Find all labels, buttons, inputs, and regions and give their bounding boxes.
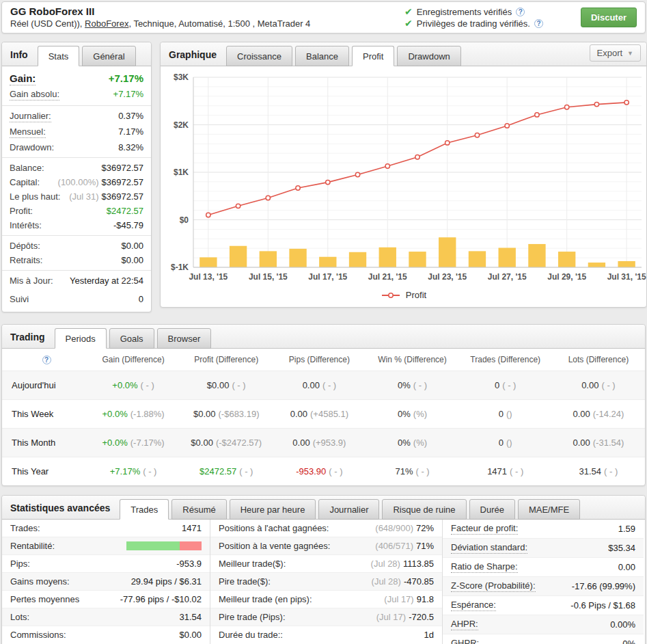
profit-point[interactable] — [355, 172, 359, 176]
tab-croissance[interactable]: Croissance — [226, 46, 292, 66]
tab-browser[interactable]: Browser — [157, 328, 212, 349]
profit-point[interactable] — [266, 196, 270, 200]
stat-value: -77.96 pips / -$10.02 — [120, 594, 202, 604]
stat-value-text: $35.34 — [608, 543, 635, 553]
volume-bar[interactable] — [319, 257, 336, 267]
stat-label: Z-Score (Probabilité): — [451, 580, 536, 592]
stat-label: Durée du trade:: — [219, 630, 283, 640]
tab-goals[interactable]: Goals — [109, 328, 154, 349]
info-tabstrip: Info StatsGénéral — [2, 42, 151, 66]
stat-value: (648/900)72% — [375, 523, 434, 533]
info-row: Gain:+7.17% — [2, 69, 151, 87]
cell-diff: ( - ) — [415, 466, 429, 477]
profit-chart[interactable]: $3K$2K$1K$0$-1KJul 13, '15Jul 15, '15Jul… — [161, 66, 646, 289]
profit-point[interactable] — [206, 213, 210, 217]
volume-bar[interactable] — [409, 252, 426, 267]
tab-heure-par-heure[interactable]: Heure par heure — [230, 499, 316, 520]
stat-value-text: $36972.57 — [102, 191, 143, 202]
win-portion — [126, 541, 180, 550]
volume-bar[interactable] — [588, 263, 605, 267]
volume-bar[interactable] — [558, 252, 575, 267]
info-group: Dépôts:$0.00Retraits:$0.00 — [2, 236, 151, 271]
stat-value-text: 29.94 pips / $6.31 — [131, 576, 202, 587]
cell-diff: (%) — [413, 438, 427, 448]
tab-drawdown[interactable]: Drawdown — [397, 46, 460, 66]
stat-value-prefix: (Jul 17) — [384, 594, 413, 604]
cell-main: 0% — [398, 380, 411, 390]
volume-bar[interactable] — [289, 249, 306, 267]
stat-value: (Jul 31)$36972.57 — [69, 191, 143, 202]
table-row-aujourd-hui: Aujourd'hui+0.0%( - )$0.00( - )0.00( - )… — [2, 371, 645, 400]
info-row: Intérêts:-$45.79 — [2, 218, 151, 232]
stat-label: Espérance: — [451, 600, 496, 611]
info-tabs: StatsGénéral — [36, 46, 137, 66]
stat-label: Pire trade($): — [219, 576, 271, 587]
tab-journalier[interactable]: Journalier — [318, 499, 379, 520]
period-cell: 0%( - ) — [366, 371, 458, 400]
profit-point[interactable] — [385, 164, 389, 168]
period-cell: $0.00(-$2472.57) — [180, 429, 273, 457]
tab-risque-de-ruine[interactable]: Risque de ruine — [382, 499, 466, 520]
profit-point[interactable] — [326, 180, 330, 184]
export-button[interactable]: Export ▼ — [590, 44, 642, 62]
tab-profit[interactable]: Profit — [352, 46, 394, 66]
x-axis-tick: Jul 23, '15 — [428, 272, 467, 282]
stat-value-prefix: (648/900) — [375, 523, 413, 533]
profit-point[interactable] — [236, 204, 240, 208]
help-icon[interactable]: ? — [516, 8, 525, 16]
period-name: This Year — [2, 457, 87, 486]
profit-point[interactable] — [475, 133, 479, 137]
line-marker-icon — [381, 292, 401, 299]
trading-panel-label: Trading — [10, 332, 45, 343]
tab-mae-mfe[interactable]: MAE/MFE — [518, 499, 580, 520]
tab-r-sum[interactable]: Résumé — [171, 499, 226, 520]
volume-bar[interactable] — [528, 244, 545, 267]
account-header: GG RoboForex III Réel (USD Cent)), RoboF… — [1, 1, 646, 33]
cell-main: 31.54 — [579, 466, 602, 477]
cell-main: +7.17% — [110, 466, 140, 477]
profit-point[interactable] — [594, 102, 598, 106]
stat-value-text: $0.00 — [121, 255, 143, 265]
volume-bar[interactable] — [469, 251, 486, 267]
profit-point[interactable] — [624, 100, 629, 105]
profit-point[interactable] — [535, 113, 539, 117]
stat-value-text: 1d — [424, 630, 434, 640]
discuss-button[interactable]: Discuter — [581, 8, 637, 27]
profit-point[interactable] — [445, 141, 450, 145]
volume-bar[interactable] — [199, 257, 217, 267]
subtitle-text: Réel (USD Cent)), — [10, 18, 85, 29]
cell-main: $0.00 — [207, 380, 230, 390]
tab-dur-e[interactable]: Durée — [469, 499, 515, 520]
stat-value: 29.94 pips / $6.31 — [131, 576, 202, 587]
help-icon[interactable]: ? — [42, 355, 51, 364]
volume-bar[interactable] — [349, 252, 366, 267]
profit-point[interactable] — [505, 124, 509, 128]
volume-bar[interactable] — [230, 246, 247, 267]
stat-row: Position à la vente gagnées:(406/571)71% — [210, 537, 442, 555]
profit-point[interactable] — [296, 186, 300, 190]
volume-bar[interactable] — [618, 261, 635, 267]
volume-bar[interactable] — [439, 237, 456, 267]
broker-link[interactable]: RoboForex — [85, 18, 128, 29]
tab-g-n-ral[interactable]: Général — [82, 46, 135, 66]
period-cell: 0.00(-31.54) — [552, 429, 645, 457]
tab-trades[interactable]: Trades — [120, 499, 169, 520]
profit-point[interactable] — [415, 155, 419, 159]
volume-bar[interactable] — [499, 248, 516, 267]
stat-label: Lots: — [10, 612, 29, 622]
x-axis-tick: Jul 15, '15 — [249, 272, 288, 282]
stat-label: Position à la vente gagnées: — [219, 541, 330, 551]
period-cell: 0.00(-14.24) — [552, 400, 645, 429]
profit-point[interactable] — [564, 105, 568, 109]
volume-bar[interactable] — [260, 251, 277, 267]
tab-balance[interactable]: Balance — [295, 46, 349, 66]
stat-row: Pips:-953.9 — [2, 555, 210, 573]
help-icon[interactable]: ? — [534, 19, 543, 28]
tab-periods[interactable]: Periods — [55, 328, 107, 349]
period-name: This Week — [2, 400, 87, 429]
tab-stats[interactable]: Stats — [38, 46, 80, 66]
volume-bar[interactable] — [379, 247, 396, 267]
chart-legend-item[interactable]: Profit — [161, 289, 646, 307]
y-axis-tick: $0 — [180, 215, 189, 225]
stat-value-text: -77.96 pips / -$10.02 — [120, 594, 202, 604]
